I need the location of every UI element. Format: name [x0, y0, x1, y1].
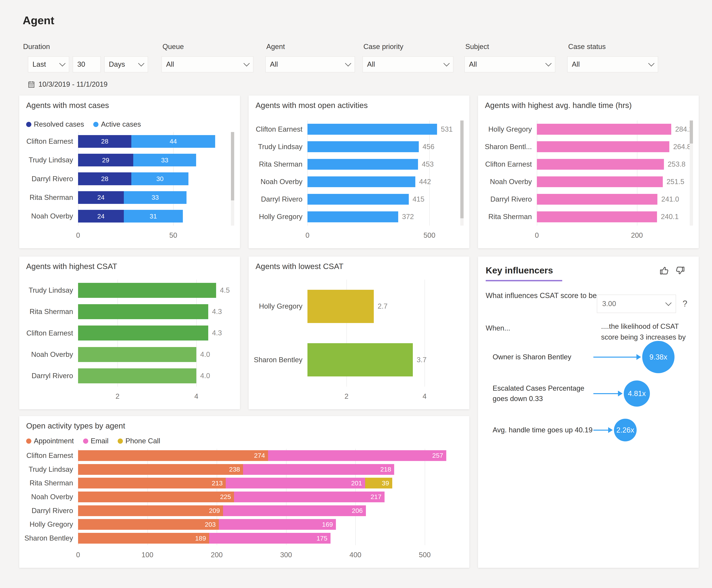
scrollbar[interactable] — [690, 121, 693, 226]
bar-segment[interactable]: 203 — [78, 519, 219, 530]
bar-segment[interactable]: 29 — [78, 154, 133, 166]
bar[interactable]: 415 — [307, 194, 464, 205]
bar[interactable]: 453 — [307, 159, 464, 170]
bar-segment[interactable]: 201 — [226, 478, 365, 488]
bar[interactable]: 241.0 — [537, 194, 693, 205]
bar[interactable]: 456 — [307, 141, 464, 152]
bar-segment[interactable] — [537, 124, 671, 135]
bar[interactable]: 203169 — [78, 519, 464, 530]
bar-segment[interactable]: 33 — [133, 154, 196, 166]
bar[interactable]: 4.3 — [78, 304, 234, 319]
bar[interactable]: 3.7 — [307, 343, 464, 376]
agent-select[interactable]: All — [265, 56, 355, 72]
bar[interactable]: 4.0 — [78, 369, 234, 383]
bar[interactable]: 238218 — [78, 464, 464, 475]
bar-segment[interactable]: 238 — [78, 464, 243, 475]
help-icon[interactable]: ? — [683, 299, 687, 309]
bar-segment[interactable] — [537, 141, 669, 152]
bar-segment[interactable]: 274 — [78, 450, 268, 461]
bar-segment[interactable] — [307, 159, 418, 170]
bar[interactable]: 21320139 — [78, 478, 464, 488]
legend-item[interactable]: Email — [83, 437, 109, 445]
bar-segment[interactable] — [78, 347, 196, 362]
bar[interactable]: 264.8 — [537, 141, 693, 152]
bar[interactable]: 251.5 — [537, 176, 693, 187]
influencer-row[interactable]: Owner is Sharon Bentley 9.38x — [486, 339, 691, 375]
bar-segment[interactable]: 31 — [124, 210, 183, 223]
bar[interactable]: 253.8 — [537, 159, 693, 170]
legend-item[interactable]: Active cases — [93, 120, 141, 128]
bar[interactable]: 2933 — [78, 154, 234, 166]
case-status-select[interactable]: All — [567, 56, 658, 72]
bar-segment[interactable]: 28 — [78, 172, 131, 185]
bar[interactable]: 209206 — [78, 505, 464, 516]
bar-segment[interactable]: 217 — [234, 491, 385, 502]
thumbs-up-icon[interactable] — [659, 265, 670, 276]
bar-segment[interactable] — [537, 176, 663, 187]
bar[interactable]: 4.5 — [78, 283, 234, 298]
bar[interactable]: 284.2 — [537, 124, 693, 135]
bar-segment[interactable] — [307, 176, 415, 187]
queue-select[interactable]: All — [162, 56, 253, 72]
bar-segment[interactable] — [307, 343, 413, 376]
bar-segment[interactable]: 44 — [131, 135, 215, 148]
bar[interactable]: 4.0 — [78, 347, 234, 362]
bar-segment[interactable]: 209 — [78, 505, 223, 516]
subject-select[interactable]: All — [464, 56, 555, 72]
bar[interactable]: 442 — [307, 176, 464, 187]
bar-segment[interactable]: 169 — [219, 519, 336, 530]
bar[interactable]: 2844 — [78, 135, 234, 148]
bar-segment[interactable] — [78, 283, 216, 298]
thumbs-down-icon[interactable] — [675, 265, 685, 276]
bar-segment[interactable] — [307, 141, 419, 152]
bar-segment[interactable]: 33 — [124, 191, 187, 204]
bar-segment[interactable] — [78, 304, 208, 319]
bar-segment[interactable] — [307, 290, 374, 323]
bar-segment[interactable] — [307, 211, 398, 222]
bar-segment[interactable]: 225 — [78, 491, 234, 502]
bar[interactable]: 4.3 — [78, 326, 234, 340]
influence-value-select[interactable]: 3.00 — [597, 295, 676, 313]
duration-unit-select[interactable]: Days — [104, 56, 148, 72]
bar-segment[interactable] — [537, 194, 657, 205]
bar[interactable]: 2.7 — [307, 290, 464, 323]
bar-segment[interactable]: 39 — [365, 478, 392, 488]
bar[interactable]: 274257 — [78, 450, 464, 461]
bar[interactable]: 225217 — [78, 491, 464, 502]
bar[interactable]: 2830 — [78, 172, 234, 185]
bar-segment[interactable] — [307, 124, 437, 135]
scrollbar[interactable] — [231, 132, 234, 226]
bar[interactable]: 2431 — [78, 210, 234, 223]
bar-segment[interactable] — [78, 326, 208, 340]
bar[interactable]: 531 — [307, 124, 464, 135]
influencer-row[interactable]: Escalated Cases Percentage goes down 0.3… — [486, 375, 691, 412]
legend-item[interactable]: Phone Call — [118, 437, 160, 445]
influence-bubble[interactable]: 4.81x — [624, 380, 650, 406]
influencer-row[interactable]: Avg. handle time goes up 40.19 2.26x — [486, 412, 691, 448]
bar-segment[interactable]: 257 — [268, 450, 446, 461]
bar-segment[interactable]: 28 — [78, 135, 131, 148]
influence-bubble[interactable]: 9.38x — [642, 341, 674, 373]
bar[interactable]: 372 — [307, 211, 464, 222]
scrollbar-thumb[interactable] — [460, 121, 464, 218]
bar-segment[interactable] — [78, 369, 196, 383]
case-priority-select[interactable]: All — [363, 56, 453, 72]
bar-segment[interactable] — [537, 159, 664, 170]
scrollbar-thumb[interactable] — [690, 121, 693, 144]
bar-segment[interactable]: 175 — [209, 533, 330, 544]
bar-segment[interactable]: 189 — [78, 533, 209, 544]
legend-item[interactable]: Appointment — [26, 437, 74, 445]
bar-segment[interactable]: 24 — [78, 210, 124, 223]
influence-bubble[interactable]: 2.26x — [614, 419, 637, 441]
bar-segment[interactable]: 30 — [131, 172, 188, 185]
scrollbar-thumb[interactable] — [231, 132, 234, 201]
bar-segment[interactable] — [307, 194, 409, 205]
bar[interactable]: 189175 — [78, 533, 464, 544]
bar[interactable]: 240.1 — [537, 211, 693, 222]
scrollbar[interactable] — [460, 121, 464, 226]
bar[interactable]: 2433 — [78, 191, 234, 204]
bar-segment[interactable]: 24 — [78, 191, 124, 204]
duration-count-input[interactable]: 30 — [73, 56, 101, 72]
bar-segment[interactable] — [537, 211, 657, 222]
bar-segment[interactable]: 206 — [223, 505, 366, 516]
